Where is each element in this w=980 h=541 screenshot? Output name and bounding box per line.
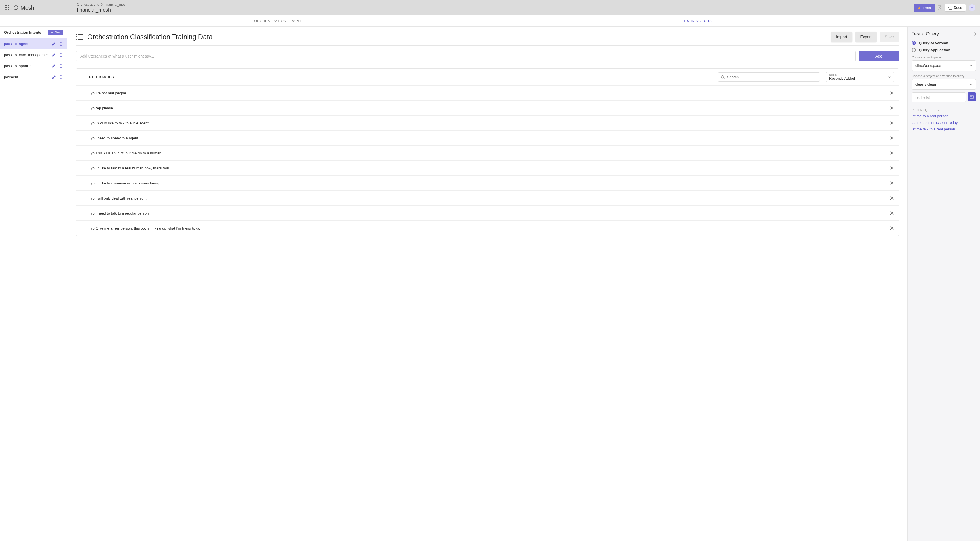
utterance-checkbox[interactable] [81,151,85,155]
utterance-row: yo I need to talk to a regular person. [76,205,899,221]
docs-button[interactable]: Docs [945,4,966,12]
utterance-text: yo Give me a real person, this bot is mi… [91,226,884,230]
utterance-text: yo I'd like to converse with a human bei… [91,181,884,186]
utterance-text: yo I'd like to talk to a real human now,… [91,166,884,170]
tab-training-data[interactable]: TRAINING DATA [488,15,908,26]
utterance-checkbox[interactable] [81,91,85,95]
utterance-checkbox[interactable] [81,106,85,110]
recent-query-link[interactable]: can i open an account today [912,121,976,125]
export-button[interactable]: Export [855,32,877,42]
utterance-row: yo This AI is an idiot, put me on to a h… [76,145,899,160]
utterance-checkbox[interactable] [81,181,85,186]
utterance-checkbox[interactable] [81,226,85,230]
utterance-text: yo I need to talk to a regular person. [91,211,884,216]
close-icon[interactable] [889,211,894,216]
close-icon[interactable] [889,226,894,230]
tab-orchestration-graph[interactable]: ORCHESTRATION GRAPH [67,15,488,26]
search-input[interactable] [727,75,817,79]
plus-icon [51,31,54,34]
project-select[interactable]: clean / clean [912,79,976,90]
query-input[interactable] [912,92,966,102]
utterance-checkbox[interactable] [81,166,85,170]
add-utterance-button[interactable]: Add [859,51,899,62]
workspace-value: clincWorkspace [915,63,941,68]
utterance-checkbox[interactable] [81,211,85,216]
trash-icon[interactable] [59,64,63,68]
import-button[interactable]: Import [831,32,853,42]
workspace-select[interactable]: clincWorkspace [912,60,976,71]
utterance-row: you're not real people [76,85,899,100]
edit-icon[interactable] [52,75,56,79]
rp-title: Test a Query [912,31,939,37]
new-intent-button[interactable]: New [48,30,63,35]
run-query-button[interactable] [967,92,976,102]
chevron-down-icon [888,76,891,78]
utterance-checkbox[interactable] [81,121,85,125]
edit-icon[interactable] [52,53,56,57]
trash-icon[interactable] [59,53,63,57]
close-icon[interactable] [889,106,894,110]
apps-grid-icon[interactable] [5,5,10,10]
project-label: Choose a project and version to query [912,74,976,78]
close-icon[interactable] [889,151,894,155]
utterance-row: yo i would like to talk to a live agent … [76,115,899,130]
trash-icon[interactable] [59,75,63,79]
utterance-row: yo I'd like to talk to a real human now,… [76,160,899,175]
train-button[interactable]: Train [914,4,935,12]
add-utterance-input[interactable] [76,51,856,62]
utterance-checkbox[interactable] [81,136,85,140]
close-icon[interactable] [889,136,894,140]
hourglass-icon [938,5,942,10]
sort-value: Recently Added [829,76,891,81]
utterance-text: yo rep please. [91,106,884,110]
main-title: Orchestration Classification Training Da… [88,33,213,41]
save-button: Save [880,32,899,42]
intent-row[interactable]: pass_to_agent [0,38,67,49]
utterance-row: yo i need to speak to a agent . [76,130,899,145]
clock-icon [14,5,18,10]
chevron-down-icon [969,84,972,85]
intent-row[interactable]: pass_to_spanish [0,60,67,71]
trash-icon[interactable] [59,42,63,46]
intent-row[interactable]: payment [0,71,67,82]
breadcrumb-root[interactable]: Orchestrations [77,3,99,6]
intent-row[interactable]: pass_to_card_management [0,49,67,60]
chevron-right-icon[interactable] [974,32,976,36]
recent-queries-header: RECENT QUERIES [912,108,976,112]
svg-rect-0 [949,6,952,10]
utterance-text: yo I will only deal with real person. [91,196,884,200]
radio-query-ai[interactable]: Query AI Version [912,41,976,45]
close-icon[interactable] [889,181,894,186]
app-name: Mesh [21,5,34,11]
sort-select[interactable]: Sort by Recently Added [826,72,894,82]
utterance-checkbox[interactable] [81,196,85,200]
list-icon [76,34,83,40]
select-all-checkbox[interactable] [81,75,85,79]
logo[interactable]: Mesh [14,5,34,11]
utterance-text: you're not real people [91,91,884,95]
close-icon[interactable] [889,121,894,125]
svg-point-1 [721,75,724,78]
avatar[interactable]: A [969,4,975,11]
intent-name: payment [4,75,18,79]
breadcrumb: Orchestrations financial_mesh financial_… [77,3,127,13]
docs-icon [948,6,952,10]
radio-label: Query AI Version [919,41,948,45]
edit-icon[interactable] [52,42,56,46]
search-field[interactable] [718,72,820,82]
close-icon[interactable] [889,91,894,95]
recent-query-link[interactable]: let me to a real person [912,114,976,118]
intent-name: pass_to_agent [4,42,28,46]
close-icon[interactable] [889,196,894,200]
close-icon[interactable] [889,166,894,170]
recent-query-link[interactable]: let me talk to a real person [912,127,976,131]
top-bar: Mesh Orchestrations financial_mesh finan… [0,0,980,15]
edit-icon[interactable] [52,64,56,68]
search-icon [721,75,725,79]
chevron-down-icon [969,65,972,67]
utterances-column-header: UTTERANCES [89,75,114,79]
project-value: clean / clean [915,82,936,86]
radio-query-app[interactable]: Query Application [912,48,976,52]
page-title: financial_mesh [77,7,127,13]
svg-rect-2 [970,95,974,98]
